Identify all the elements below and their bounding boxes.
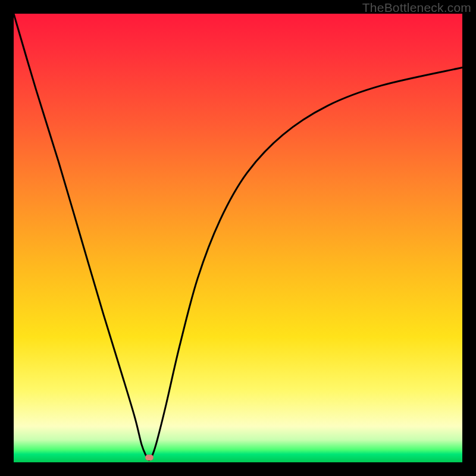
curve-svg: [14, 14, 462, 462]
watermark-text: TheBottleneck.com: [362, 1, 471, 15]
bottleneck-curve: [14, 14, 462, 460]
plot-area: [14, 14, 462, 462]
chart-frame: TheBottleneck.com: [0, 0, 476, 476]
optimum-marker: [145, 455, 154, 461]
